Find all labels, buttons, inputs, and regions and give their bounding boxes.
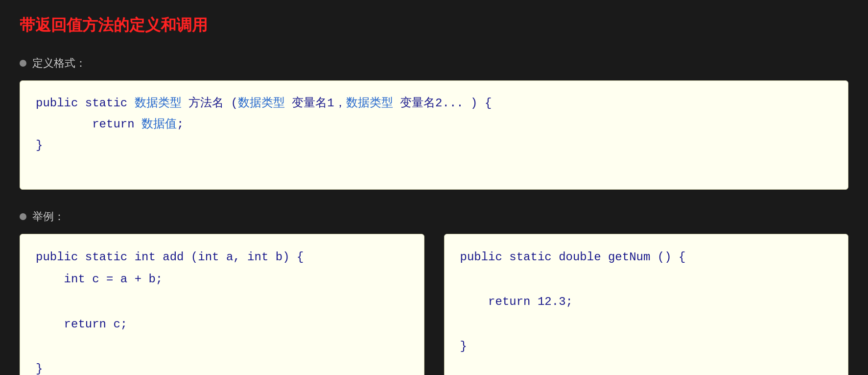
bullet-icon-2 (20, 213, 26, 220)
code-line-2: return 数据值; (36, 114, 832, 135)
example1-code-block: public static int add (int a, int b) { i… (20, 234, 424, 375)
code-line-1: public static 数据类型 方法名 (数据类型 变量名1，数据类型 变… (36, 93, 832, 114)
code-line-blank (36, 156, 832, 177)
ex2-line-3: } (460, 335, 833, 358)
section2-label: 举例： (20, 209, 848, 224)
section-examples: 举例： public static int add (int a, int b)… (20, 209, 848, 375)
code-line-3: } (36, 135, 832, 156)
ex1-line-blank (36, 291, 408, 313)
examples-row: public static int add (int a, int b) { i… (20, 234, 848, 375)
ex2-line-1: public static double getNum () { (460, 246, 833, 269)
ex2-line-2: return 12.3; (460, 291, 833, 313)
page-title: 带返回值方法的定义和调用 (20, 15, 848, 36)
ex1-line-1: public static int add (int a, int b) { (36, 246, 408, 269)
example2-code-block: public static double getNum () { return … (444, 234, 849, 375)
ex2-line-blank (460, 268, 833, 291)
ex1-line-2: int c = a + b; (36, 268, 408, 291)
definition-code-block: public static 数据类型 方法名 (数据类型 变量名1，数据类型 变… (20, 80, 848, 190)
ex1-line-4: } (36, 358, 408, 375)
ex2-line-blank2 (460, 313, 833, 336)
section-definition: 定义格式： public static 数据类型 方法名 (数据类型 变量名1，… (20, 56, 848, 190)
section1-label: 定义格式： (20, 56, 848, 71)
ex1-line-blank2 (36, 335, 408, 358)
bullet-icon (20, 60, 26, 67)
ex1-line-3: return c; (36, 313, 408, 336)
